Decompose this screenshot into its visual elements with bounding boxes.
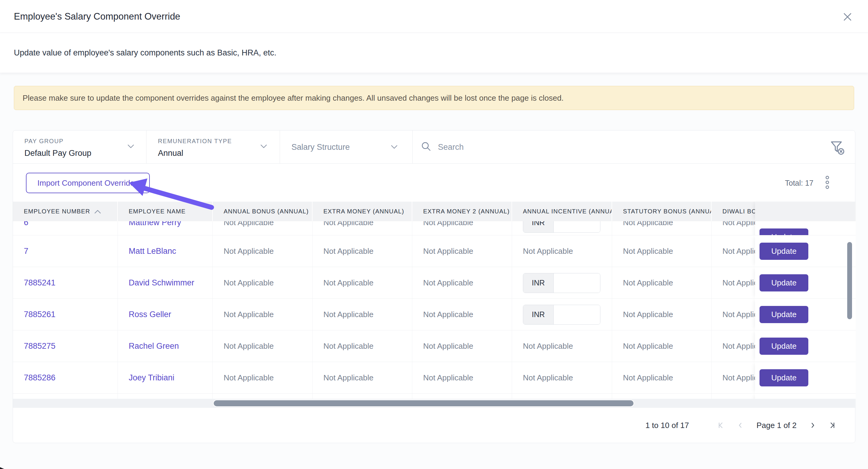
update-button[interactable]: Update [760,274,808,291]
component-cell: Not Applicable [712,299,755,330]
employee-name-link[interactable]: Matt LeBlanc [129,247,176,256]
vertical-scrollbar[interactable] [847,242,852,319]
column-header-annual-incentive-annual[interactable]: ANNUAL INCENTIVE (ANNUAL) [512,201,612,221]
actions-cell: Update [755,221,856,236]
not-applicable-text: Not Applicable [722,342,755,351]
employee-number-link[interactable]: 7885261 [24,310,56,319]
component-cell: Not Applicable [213,221,313,236]
horizontal-scrollbar-track[interactable] [13,399,856,408]
not-applicable-text: Not Applicable [323,373,373,382]
remuneration-type-filter[interactable]: REMUNERATION TYPE Annual [147,130,280,164]
currency-input-group[interactable]: INR [523,273,600,293]
employee-number-link[interactable]: 7 [24,247,28,256]
salary-structure-filter[interactable]: Salary Structure [280,130,412,164]
component-cell: Not Applicable [612,236,712,267]
employee-name-link[interactable]: Matthew Perry [129,221,181,227]
component-cell: Not Applicable [213,236,313,267]
column-header-diwali-bonus-annual[interactable]: DIWALI BONUS (ANNUAL) [712,201,755,221]
component-cell: INR [512,221,612,236]
currency-input-group[interactable]: INR [523,305,600,324]
not-applicable-text: Not Applicable [623,373,673,382]
clear-filter-icon[interactable] [830,139,845,155]
previous-page-icon[interactable] [736,421,745,430]
component-cell: Not Applicable [512,330,612,362]
column-header-annual-bonus-annual[interactable]: ANNUAL BONUS (ANNUAL) [213,201,313,221]
page-title: Employee's Salary Component Override [14,0,180,33]
not-applicable-text: Not Applicable [224,247,274,256]
horizontal-scrollbar-thumb[interactable] [213,400,634,407]
update-button[interactable]: Update [760,228,808,236]
overrides-card: PAY GROUP Default Pay Group REMUNERATION… [13,130,855,443]
column-header-employee-number[interactable]: EMPLOYEE NUMBER [13,201,118,221]
salary-structure-placeholder: Salary Structure [291,143,350,152]
not-applicable-text: Not Applicable [323,310,373,319]
not-applicable-text: Not Applicable [722,373,755,382]
component-cell: Not Applicable [412,236,512,267]
not-applicable-text: Not Applicable [722,310,755,319]
employee-name-cell: David Schwimmer [118,267,213,299]
component-amount-input[interactable] [554,305,600,324]
not-applicable-text: Not Applicable [623,310,673,319]
column-header-extra-money-2-annual[interactable]: EXTRA MONEY 2 (ANNUAL) [412,201,512,221]
first-page-icon[interactable] [717,421,726,430]
column-header-label: EMPLOYEE NAME [129,208,186,215]
component-cell [512,394,612,399]
not-applicable-text: Not Applicable [623,221,673,227]
kebab-menu-icon[interactable] [824,175,831,190]
pay-group-filter[interactable]: PAY GROUP Default Pay Group [13,130,147,164]
update-button[interactable]: Update [760,338,808,355]
chevron-down-icon [391,145,397,151]
update-button[interactable]: Update [760,306,808,323]
currency-prefix: INR [523,305,554,324]
employee-number-cell: 6 [13,221,118,236]
component-cell: Not Applicable [213,299,313,330]
update-button[interactable]: Update [760,243,808,260]
actions-cell: Update [755,236,856,267]
update-button[interactable]: Update [760,369,808,386]
employee-name-link[interactable]: Joey Tribiani [129,373,175,382]
currency-prefix: INR [523,221,554,232]
component-cell: Not Applicable [412,330,512,362]
employee-name-cell: Joey Tribiani [118,362,213,394]
not-applicable-text: Not Applicable [423,278,473,287]
component-cell: Not Applicable [712,330,755,362]
employee-number-link[interactable]: 7885275 [24,342,56,351]
search-input[interactable] [438,143,751,152]
employee-name-link[interactable]: David Schwimmer [129,278,194,287]
not-applicable-text: Not Applicable [523,342,573,351]
next-page-icon[interactable] [808,421,817,430]
currency-input-group[interactable]: INR [523,221,600,233]
component-cell: Not Applicable [313,299,412,330]
actions-cell: Update [755,267,856,299]
employee-number-link[interactable]: 7885241 [24,278,56,287]
employee-number-link[interactable]: 6 [24,221,28,227]
column-header-employee-name[interactable]: EMPLOYEE NAME [118,201,213,221]
not-applicable-text: Not Applicable [423,373,473,382]
component-cell: Not Applicable [712,221,755,236]
import-component-overrides-button[interactable]: Import Component Overrides [26,173,150,193]
not-applicable-text: Not Applicable [423,310,473,319]
chevron-down-icon [260,145,267,150]
not-applicable-text: Not Applicable [224,278,274,287]
modal-titlebar: Employee's Salary Component Override [0,0,868,33]
column-header-statutory-bonus-annual[interactable]: STATUTORY BONUS (ANNUAL) [612,201,712,221]
total-count: Total: 17 [785,179,813,187]
employee-number-link[interactable]: 7885286 [24,373,56,382]
not-applicable-text: Not Applicable [323,278,373,287]
column-header-extra-money-annual[interactable]: EXTRA MONEY (ANNUAL) [313,201,412,221]
component-cell: Not Applicable [612,299,712,330]
not-applicable-text: Not Applicable [722,247,755,256]
component-amount-input[interactable] [554,273,600,293]
component-cell: Not Applicable [712,267,755,299]
component-cell: Not Applicable [313,236,412,267]
not-applicable-text: Not Applicable [323,221,373,227]
column-header-label: STATUTORY BONUS (ANNUAL) [623,208,712,215]
employee-name-link[interactable]: Ross Geller [129,310,171,319]
last-page-icon[interactable] [827,421,836,430]
pagination: 1 to 10 of 17 Page 1 of 2 [645,414,836,437]
close-icon[interactable] [841,11,854,23]
table-row: 7885241David SchwimmerNot ApplicableNot … [13,267,856,299]
employee-name-cell: Rachel Green [118,330,213,362]
component-amount-input[interactable] [554,221,600,232]
employee-name-link[interactable]: Rachel Green [129,342,179,351]
